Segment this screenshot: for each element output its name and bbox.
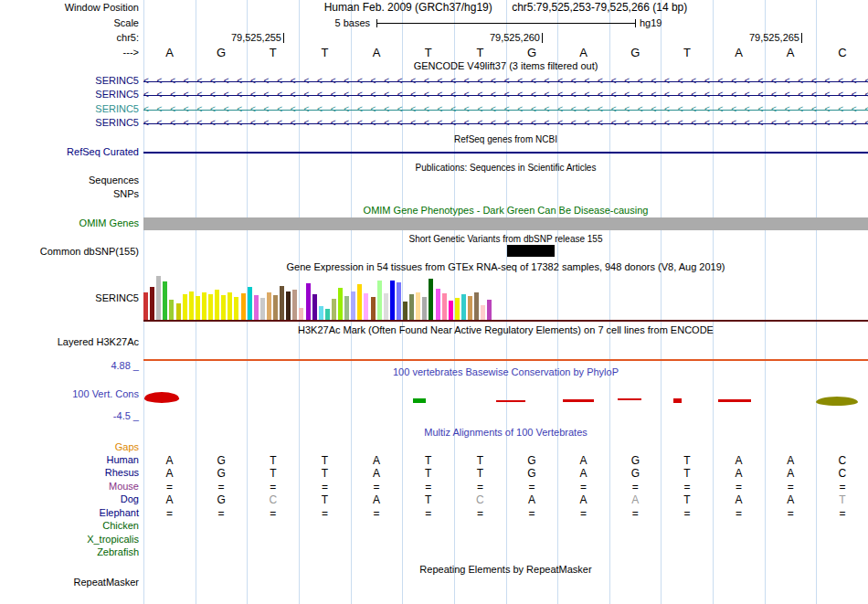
gencode-transcript-label[interactable]: SERINC5 (0, 89, 139, 101)
track-label-sequences[interactable]: Sequences (0, 175, 139, 186)
gtex-expression-bar[interactable] (292, 290, 297, 320)
gtex-expression-bar[interactable] (449, 301, 453, 320)
gtex-expression-bar[interactable] (280, 286, 284, 320)
alignment-base: A (143, 454, 196, 467)
gtex-expression-bar[interactable] (442, 293, 447, 320)
gtex-expression-bar[interactable] (306, 283, 311, 320)
gtex-expression-bar[interactable] (351, 291, 355, 320)
gtex-expression-bar[interactable] (390, 281, 395, 320)
alignment-base: = (196, 507, 248, 520)
gencode-transcript-feature[interactable]: < < < < < < < < < < < < < < < < < < < < … (143, 104, 868, 116)
track-label-snps[interactable]: SNPs (0, 188, 139, 200)
gtex-expression-bar[interactable] (254, 295, 259, 320)
alignment-base: = (454, 481, 506, 493)
gtex-expression-bar[interactable] (312, 294, 317, 320)
gtex-expression-bar[interactable] (468, 296, 472, 320)
track-label-100-vert-cons[interactable]: 100 Vert. Cons (0, 388, 139, 400)
gtex-expression-bar[interactable] (299, 308, 303, 320)
gencode-transcript-label[interactable]: SERINC5 (0, 117, 139, 129)
gtex-expression-bar[interactable] (234, 297, 238, 320)
gtex-expression-bar[interactable] (163, 281, 167, 320)
reference-base: T (247, 47, 299, 59)
gtex-expression-bar[interactable] (319, 306, 323, 320)
gtex-expression-bar[interactable] (403, 302, 408, 320)
species-label-dog[interactable]: Dog (0, 493, 139, 505)
gtex-expression-bar[interactable] (248, 287, 252, 320)
reference-base: T (454, 47, 506, 59)
gtex-expression-bar[interactable] (169, 300, 174, 320)
alignment-base: G (609, 467, 662, 480)
track-label-common-dbsnp[interactable]: Common dbSNP(155) (0, 246, 139, 258)
gtex-expression-bar[interactable] (221, 295, 226, 320)
refseq-curated-feature[interactable] (143, 152, 868, 154)
gtex-expression-bar[interactable] (267, 292, 271, 320)
gtex-expression-bar[interactable] (241, 293, 246, 320)
track-label-repeatmasker[interactable]: RepeatMasker (0, 577, 139, 588)
gtex-expression-bar[interactable] (176, 303, 181, 320)
gtex-expression-bar[interactable] (344, 296, 349, 320)
gtex-expression-bar[interactable] (481, 305, 485, 320)
gtex-expression-bar[interactable] (397, 282, 401, 320)
gtex-expression-bar[interactable] (409, 294, 414, 320)
gtex-expression-bar[interactable] (156, 276, 161, 320)
alignment-base: C (816, 467, 868, 480)
conservation-signal (718, 399, 751, 402)
gtex-expression-bar[interactable] (377, 281, 382, 320)
dbsnp-variant-feature[interactable] (507, 245, 555, 257)
gtex-expression-bar[interactable] (474, 292, 479, 320)
gtex-expression-bar[interactable] (273, 295, 278, 320)
gencode-transcript-label[interactable]: SERINC5 (0, 103, 139, 115)
gencode-transcript-label[interactable]: SERINC5 (0, 75, 139, 87)
reference-base: A (765, 47, 817, 59)
gtex-expression-bar[interactable] (202, 292, 206, 320)
species-label-x_tropicalis[interactable]: X_tropicalis (0, 534, 139, 546)
gencode-transcript-feature[interactable]: < < < < < < < < < < < < < < < < < < < < … (143, 90, 868, 101)
gtex-expression-bar[interactable] (286, 291, 291, 320)
gtex-expression-bar[interactable] (461, 294, 466, 320)
gtex-expression-bar[interactable] (436, 289, 440, 320)
gtex-expression-bar[interactable] (196, 296, 200, 320)
conservation-signal (413, 398, 426, 403)
species-label-elephant[interactable]: Elephant (0, 507, 139, 519)
gtex-expression-bar[interactable] (338, 288, 343, 320)
gtex-expression-bar[interactable] (357, 284, 362, 320)
gtex-expression-bar[interactable] (228, 292, 232, 320)
gtex-expression-bar[interactable] (208, 294, 213, 320)
gtex-expression-bar[interactable] (189, 291, 194, 320)
gtex-expression-bar[interactable] (487, 300, 492, 320)
gtex-expression-bar[interactable] (215, 290, 219, 320)
alignment-base: A (713, 454, 765, 467)
track-label-layered-h3k27ac[interactable]: Layered H3K27Ac (0, 336, 139, 348)
species-label-gaps[interactable]: Gaps (0, 441, 139, 453)
gtex-expression-bar[interactable] (260, 298, 265, 320)
gencode-transcript-feature[interactable]: < < < < < < < < < < < < < < < < < < < < … (143, 76, 868, 88)
species-label-rhesus[interactable]: Rhesus (0, 467, 139, 479)
gtex-expression-bar[interactable] (325, 309, 330, 320)
species-label-human[interactable]: Human (0, 454, 139, 466)
gtex-expression-bar[interactable] (384, 293, 388, 320)
gtex-expression-bar[interactable] (416, 292, 420, 320)
track-label-gtex-gene[interactable]: SERINC5 (0, 292, 139, 304)
alignment-base: A (506, 493, 558, 506)
track-label-refseq-curated[interactable]: RefSeq Curated (0, 146, 139, 158)
gtex-expression-bar[interactable] (364, 293, 368, 320)
species-label-chicken[interactable]: Chicken (0, 520, 139, 532)
gtex-expression-bar[interactable] (422, 297, 427, 320)
gtex-expression-bar[interactable] (455, 298, 460, 320)
gtex-expression-bar[interactable] (183, 294, 187, 320)
gtex-expression-bar[interactable] (332, 299, 336, 320)
scale-bar (376, 19, 636, 27)
omim-gene-feature-bar[interactable] (143, 217, 868, 230)
gencode-transcript-feature[interactable]: < < < < < < < < < < < < < < < < < < < < … (143, 118, 868, 130)
track-label-omim-genes[interactable]: OMIM Genes (0, 217, 139, 229)
species-label-mouse[interactable]: Mouse (0, 481, 139, 493)
gtex-expression-bar[interactable] (429, 279, 433, 320)
gtex-expression-bar[interactable] (371, 297, 376, 320)
alignment-base: A (143, 493, 196, 506)
alignment-base: G (196, 454, 248, 467)
species-label-zebrafish[interactable]: Zebrafish (0, 546, 139, 558)
alignment-base: = (765, 507, 817, 520)
alignment-base: A (765, 454, 817, 467)
gtex-expression-bar[interactable] (150, 287, 154, 320)
gtex-expression-bar[interactable] (143, 292, 148, 320)
